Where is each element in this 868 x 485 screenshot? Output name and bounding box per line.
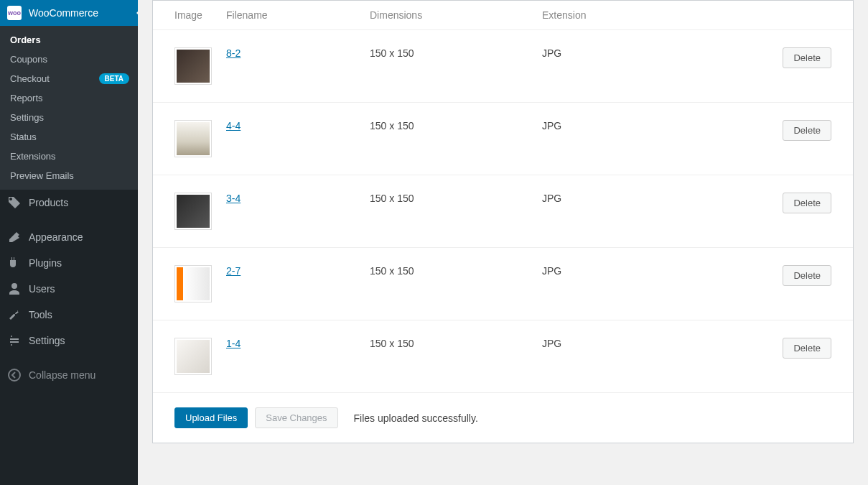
dimensions-cell: 150 x 150: [363, 320, 535, 393]
menu-label: Appearance: [29, 231, 131, 243]
file-thumbnail[interactable]: [174, 47, 212, 85]
actions-bar: Upload Files Save Changes Files uploaded…: [153, 392, 853, 443]
settings-icon: [7, 333, 22, 348]
delete-button[interactable]: Delete: [783, 338, 831, 359]
products-icon: [7, 195, 22, 210]
filename-link[interactable]: 4-4: [226, 120, 241, 131]
submenu-item-preview-emails[interactable]: Preview Emails: [0, 166, 138, 185]
woocommerce-submenu: Orders Coupons Checkout BETA Reports Set…: [0, 26, 138, 190]
filename-link[interactable]: 3-4: [226, 193, 241, 204]
menu-label: Tools: [29, 309, 131, 320]
main-content: Image Filename Dimensions Extension 8-21…: [138, 0, 868, 485]
menu-label: Collapse menu: [29, 369, 131, 381]
submenu-item-coupons[interactable]: Coupons: [0, 50, 138, 69]
appearance-icon: [7, 230, 22, 244]
menu-label: Users: [29, 283, 131, 295]
submenu-item-extensions[interactable]: Extensions: [0, 147, 138, 166]
column-header-dimensions: Dimensions: [363, 1, 535, 30]
collapse-icon: [7, 368, 22, 382]
admin-sidebar: woo WooCommerce Orders Coupons Checkout …: [0, 0, 138, 485]
files-table: Image Filename Dimensions Extension 8-21…: [153, 1, 853, 392]
woocommerce-icon: woo: [7, 6, 22, 20]
beta-badge: BETA: [99, 73, 129, 84]
extension-cell: JPG: [535, 248, 774, 320]
submenu-item-checkout[interactable]: Checkout BETA: [0, 69, 138, 88]
dimensions-cell: 150 x 150: [363, 175, 535, 248]
submenu-item-settings[interactable]: Settings: [0, 108, 138, 127]
collapse-menu-button[interactable]: Collapse menu: [0, 362, 138, 388]
files-panel: Image Filename Dimensions Extension 8-21…: [152, 0, 854, 443]
menu-label: WooCommerce: [29, 7, 131, 19]
table-row: 1-4150 x 150JPGDelete: [153, 320, 853, 393]
submenu-item-reports[interactable]: Reports: [0, 88, 138, 108]
column-header-extension: Extension: [535, 1, 774, 30]
column-header-image: Image: [153, 1, 219, 30]
column-header-filename: Filename: [219, 1, 363, 30]
extension-cell: JPG: [535, 103, 774, 175]
svg-point-0: [9, 369, 20, 381]
upload-files-button[interactable]: Upload Files: [174, 407, 248, 428]
delete-button[interactable]: Delete: [783, 120, 831, 141]
filename-link[interactable]: 1-4: [226, 338, 241, 349]
delete-button[interactable]: Delete: [783, 265, 831, 286]
file-thumbnail[interactable]: [174, 338, 212, 375]
sidebar-item-tools[interactable]: Tools: [0, 302, 138, 328]
submenu-item-orders[interactable]: Orders: [0, 30, 138, 50]
status-message: Files uploaded successfully.: [354, 412, 478, 424]
sidebar-item-appearance[interactable]: Appearance: [0, 224, 138, 250]
dimensions-cell: 150 x 150: [363, 30, 535, 103]
sidebar-item-plugins[interactable]: Plugins: [0, 250, 138, 276]
file-thumbnail[interactable]: [174, 193, 212, 230]
users-icon: [7, 282, 22, 296]
table-row: 8-2150 x 150JPGDelete: [153, 30, 853, 103]
filename-link[interactable]: 8-2: [226, 47, 241, 59]
tools-icon: [7, 308, 22, 322]
extension-cell: JPG: [535, 320, 774, 393]
submenu-item-status[interactable]: Status: [0, 127, 138, 147]
table-row: 4-4150 x 150JPGDelete: [153, 103, 853, 175]
table-row: 3-4150 x 150JPGDelete: [153, 175, 853, 248]
file-thumbnail[interactable]: [174, 265, 212, 302]
delete-button[interactable]: Delete: [783, 47, 831, 68]
plugins-icon: [7, 256, 22, 270]
sidebar-item-settings[interactable]: Settings: [0, 328, 138, 354]
dimensions-cell: 150 x 150: [363, 248, 535, 320]
save-changes-button[interactable]: Save Changes: [255, 407, 337, 428]
filename-link[interactable]: 2-7: [226, 265, 241, 277]
menu-label: Plugins: [29, 257, 131, 269]
file-thumbnail[interactable]: [174, 120, 212, 157]
dimensions-cell: 150 x 150: [363, 103, 535, 175]
menu-label: Products: [29, 197, 131, 208]
sidebar-item-users[interactable]: Users: [0, 276, 138, 302]
menu-label: Settings: [29, 335, 131, 346]
delete-button[interactable]: Delete: [783, 193, 831, 213]
table-row: 2-7150 x 150JPGDelete: [153, 248, 853, 320]
extension-cell: JPG: [535, 175, 774, 248]
sidebar-item-woocommerce[interactable]: woo WooCommerce: [0, 0, 138, 26]
sidebar-item-products[interactable]: Products: [0, 190, 138, 216]
extension-cell: JPG: [535, 30, 774, 103]
